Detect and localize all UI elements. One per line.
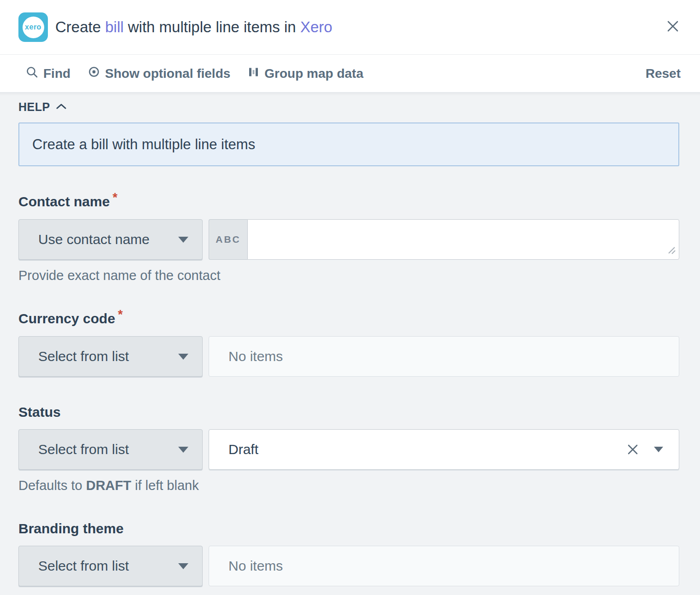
chevron-up-icon	[56, 103, 66, 111]
title-highlight-xero: Xero	[300, 18, 332, 35]
required-asterisk: *	[112, 191, 117, 204]
contact-name-textarea-wrap	[247, 219, 679, 260]
required-asterisk: *	[118, 308, 123, 321]
title-highlight-bill: bill	[105, 18, 123, 35]
field-label: Currency code*	[18, 311, 679, 327]
status-value-field[interactable]: Draft	[209, 429, 679, 470]
clear-x-icon[interactable]	[626, 443, 639, 456]
help-section-toggle[interactable]: HELP	[18, 100, 679, 114]
status-controls: Select from list Draft	[18, 429, 679, 470]
dropdown-selected-value: Use contact name	[38, 232, 150, 247]
helper-text: Defaults to	[18, 478, 86, 493]
empty-list-text: No items	[228, 558, 283, 574]
empty-list-text: No items	[228, 349, 283, 364]
create-bill-modal: xero Create bill with multiple line item…	[0, 0, 700, 595]
xero-logo-text: xero	[25, 23, 41, 31]
show-optional-fields-label: Show optional fields	[105, 66, 230, 81]
contact-name-helper: Provide exact name of the contact	[18, 268, 679, 283]
find-button[interactable]: Find	[26, 66, 70, 82]
field-status: Status Select from list Draft Defaults t…	[18, 404, 679, 493]
status-selected-value: Draft	[228, 442, 258, 457]
field-label: Contact name*	[18, 194, 679, 210]
group-map-data-label: Group map data	[264, 66, 363, 81]
status-helper: Defaults to DRAFT if left blank	[18, 478, 679, 493]
search-icon	[26, 66, 38, 82]
branding-theme-mode-dropdown[interactable]: Select from list	[18, 546, 203, 586]
contact-name-input-group: ABC	[209, 219, 679, 260]
field-label: Status	[18, 404, 679, 420]
helper-text-bold: DRAFT	[86, 478, 131, 493]
field-label-text: Currency code	[18, 311, 115, 326]
currency-code-mode-dropdown[interactable]: Select from list	[18, 336, 203, 377]
show-optional-fields-button[interactable]: Show optional fields	[88, 66, 230, 81]
close-button[interactable]	[665, 19, 681, 35]
caret-down-icon	[178, 563, 188, 569]
caret-down-icon[interactable]	[654, 447, 663, 452]
field-branding-theme: Branding theme Select from list No items	[18, 521, 679, 586]
title-part: Create	[55, 18, 105, 35]
reset-button[interactable]: Reset	[646, 66, 681, 81]
field-currency-code: Currency code* Select from list No items	[18, 311, 679, 377]
dropdown-selected-value: Select from list	[38, 349, 129, 364]
field-label-text: Branding theme	[18, 521, 123, 536]
group-bars-icon	[248, 66, 259, 81]
branding-theme-value-field[interactable]: No items	[209, 546, 679, 586]
dropdown-selected-value: Select from list	[38, 558, 129, 574]
modal-header: xero Create bill with multiple line item…	[0, 0, 700, 54]
contact-name-mode-dropdown[interactable]: Use contact name	[18, 219, 203, 260]
status-mode-dropdown[interactable]: Select from list	[18, 429, 203, 470]
title-part: with multiple line items in	[124, 18, 300, 35]
caret-down-icon	[178, 447, 188, 453]
contact-name-controls: Use contact name ABC	[18, 219, 679, 260]
helper-text: if left blank	[131, 478, 199, 493]
eye-icon	[88, 66, 100, 81]
xero-logo: xero	[18, 12, 48, 42]
field-label: Branding theme	[18, 521, 679, 537]
find-label: Find	[43, 66, 70, 81]
field-label-text: Status	[18, 404, 61, 420]
field-label-text: Contact name	[18, 194, 110, 209]
help-box: Create a bill with multiple line items	[18, 122, 679, 166]
contact-name-input[interactable]	[247, 219, 679, 260]
abc-type-prefix: ABC	[209, 219, 247, 260]
xero-logo-circle: xero	[23, 17, 44, 38]
currency-code-value-field[interactable]: No items	[209, 336, 679, 377]
dropdown-selected-value: Select from list	[38, 442, 129, 457]
form-content: HELP Create a bill with multiple line it…	[0, 92, 700, 595]
help-section-label: HELP	[18, 100, 50, 114]
caret-down-icon	[178, 237, 188, 243]
help-text: Create a bill with multiple line items	[32, 136, 255, 153]
close-icon	[666, 19, 680, 35]
branding-theme-controls: Select from list No items	[18, 546, 679, 586]
toolbar: Find Show optional fields Group map data…	[0, 54, 700, 92]
group-map-data-button[interactable]: Group map data	[248, 66, 363, 81]
reset-label: Reset	[646, 66, 681, 81]
currency-code-controls: Select from list No items	[18, 336, 679, 377]
field-contact-name: Contact name* Use contact name ABC Pr	[18, 194, 679, 283]
modal-title: Create bill with multiple line items in …	[55, 18, 332, 36]
caret-down-icon	[178, 354, 188, 360]
